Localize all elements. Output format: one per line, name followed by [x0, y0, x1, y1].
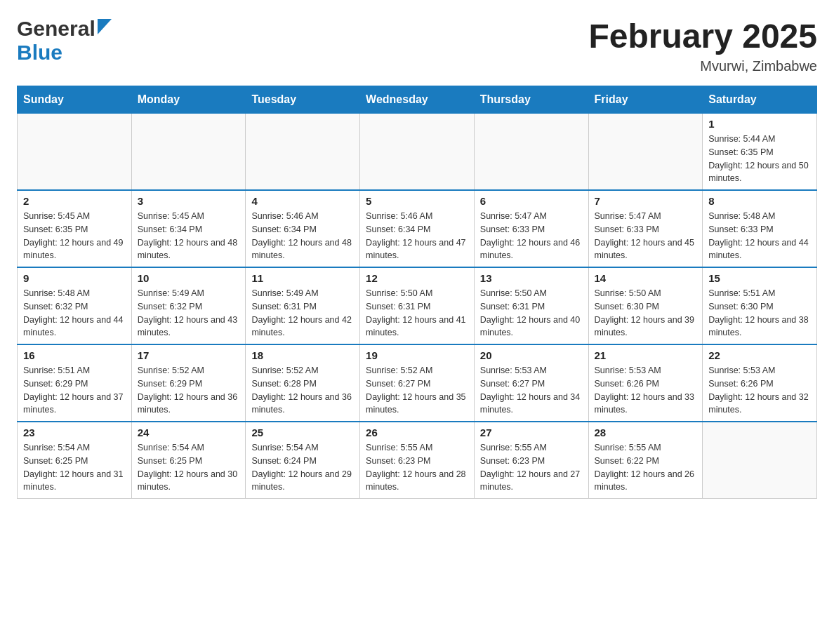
sunrise-text: Sunrise: 5:53 AM: [480, 365, 547, 375]
sunset-text: Sunset: 6:27 PM: [366, 379, 430, 389]
table-row: 8 Sunrise: 5:48 AM Sunset: 6:33 PM Dayli…: [703, 190, 817, 267]
sunrise-text: Sunrise: 5:45 AM: [138, 211, 204, 221]
day-info: Sunrise: 5:54 AM Sunset: 6:25 PM Dayligh…: [138, 441, 240, 494]
calendar-week-row: 16 Sunrise: 5:51 AM Sunset: 6:29 PM Dayl…: [18, 344, 817, 422]
day-number: 27: [480, 427, 583, 438]
sunrise-text: Sunrise: 5:50 AM: [595, 288, 661, 298]
day-info: Sunrise: 5:51 AM Sunset: 6:29 PM Dayligh…: [23, 364, 126, 417]
day-number: 3: [138, 195, 240, 207]
day-number: 19: [366, 349, 468, 361]
sunrise-text: Sunrise: 5:54 AM: [251, 443, 318, 452]
table-row: 17 Sunrise: 5:52 AM Sunset: 6:29 PM Dayl…: [131, 344, 246, 422]
table-row: 19 Sunrise: 5:52 AM Sunset: 6:27 PM Dayl…: [360, 344, 475, 422]
daylight-text: Daylight: 12 hours and 36 minutes.: [138, 392, 237, 415]
sunset-text: Sunset: 6:29 PM: [138, 379, 202, 389]
sunrise-text: Sunrise: 5:53 AM: [595, 365, 661, 375]
table-row: 23 Sunrise: 5:54 AM Sunset: 6:25 PM Dayl…: [18, 422, 132, 499]
table-row: 20 Sunrise: 5:53 AM Sunset: 6:27 PM Dayl…: [474, 344, 588, 422]
sunrise-text: Sunrise: 5:44 AM: [708, 134, 775, 144]
sunset-text: Sunset: 6:32 PM: [23, 302, 88, 311]
day-info: Sunrise: 5:55 AM Sunset: 6:23 PM Dayligh…: [366, 441, 468, 494]
header-wednesday: Wednesday: [360, 86, 475, 114]
day-number: 16: [23, 349, 126, 361]
sunrise-text: Sunrise: 5:51 AM: [708, 288, 775, 298]
sunset-text: Sunset: 6:35 PM: [708, 147, 773, 157]
table-row: 27 Sunrise: 5:55 AM Sunset: 6:23 PM Dayl…: [474, 422, 588, 499]
sunrise-text: Sunrise: 5:46 AM: [366, 211, 432, 221]
logo: General Blue: [17, 17, 112, 65]
sunset-text: Sunset: 6:31 PM: [251, 302, 316, 311]
daylight-text: Daylight: 12 hours and 35 minutes.: [366, 392, 465, 415]
sunrise-text: Sunrise: 5:48 AM: [23, 288, 90, 298]
sunset-text: Sunset: 6:30 PM: [708, 302, 773, 311]
header-saturday: Saturday: [703, 86, 817, 114]
sunset-text: Sunset: 6:34 PM: [366, 224, 430, 234]
header-thursday: Thursday: [474, 86, 588, 114]
daylight-text: Daylight: 12 hours and 42 minutes.: [251, 315, 351, 338]
table-row: 26 Sunrise: 5:55 AM Sunset: 6:23 PM Dayl…: [360, 422, 475, 499]
sunrise-text: Sunrise: 5:54 AM: [138, 443, 204, 452]
sunrise-text: Sunrise: 5:49 AM: [138, 288, 204, 298]
day-number: 20: [480, 349, 583, 361]
sunrise-text: Sunrise: 5:50 AM: [366, 288, 432, 298]
day-number: 14: [595, 272, 697, 284]
day-info: Sunrise: 5:48 AM Sunset: 6:33 PM Dayligh…: [708, 210, 811, 262]
table-row: 2 Sunrise: 5:45 AM Sunset: 6:35 PM Dayli…: [18, 190, 132, 267]
day-number: 23: [23, 427, 126, 438]
sunset-text: Sunset: 6:28 PM: [251, 379, 316, 389]
sunrise-text: Sunrise: 5:50 AM: [480, 288, 547, 298]
calendar-table: Sunday Monday Tuesday Wednesday Thursday…: [17, 86, 817, 499]
day-info: Sunrise: 5:53 AM Sunset: 6:26 PM Dayligh…: [595, 364, 697, 417]
daylight-text: Daylight: 12 hours and 38 minutes.: [708, 315, 808, 338]
sunset-text: Sunset: 6:33 PM: [480, 224, 545, 234]
sunrise-text: Sunrise: 5:45 AM: [23, 211, 90, 221]
day-info: Sunrise: 5:45 AM Sunset: 6:35 PM Dayligh…: [23, 210, 126, 262]
table-row: 6 Sunrise: 5:47 AM Sunset: 6:33 PM Dayli…: [474, 190, 588, 267]
sunrise-text: Sunrise: 5:52 AM: [366, 365, 432, 375]
day-info: Sunrise: 5:50 AM Sunset: 6:30 PM Dayligh…: [595, 287, 697, 340]
sunrise-text: Sunrise: 5:46 AM: [251, 211, 318, 221]
table-row: 14 Sunrise: 5:50 AM Sunset: 6:30 PM Dayl…: [588, 267, 703, 344]
table-row: 10 Sunrise: 5:49 AM Sunset: 6:32 PM Dayl…: [131, 267, 246, 344]
day-info: Sunrise: 5:55 AM Sunset: 6:23 PM Dayligh…: [480, 441, 583, 494]
daylight-text: Daylight: 12 hours and 49 minutes.: [23, 238, 123, 261]
day-info: Sunrise: 5:47 AM Sunset: 6:33 PM Dayligh…: [480, 210, 583, 262]
daylight-text: Daylight: 12 hours and 44 minutes.: [23, 315, 123, 338]
calendar-week-row: 9 Sunrise: 5:48 AM Sunset: 6:32 PM Dayli…: [18, 267, 817, 344]
table-row: [360, 114, 475, 191]
header-tuesday: Tuesday: [246, 86, 360, 114]
sunset-text: Sunset: 6:31 PM: [480, 302, 545, 311]
daylight-text: Daylight: 12 hours and 27 minutes.: [480, 469, 580, 492]
daylight-text: Daylight: 12 hours and 36 minutes.: [251, 392, 351, 415]
table-row: [131, 114, 246, 191]
daylight-text: Daylight: 12 hours and 34 minutes.: [480, 392, 580, 415]
day-number: 7: [595, 195, 697, 207]
day-number: 28: [595, 427, 697, 438]
day-number: 9: [23, 272, 126, 284]
day-info: Sunrise: 5:50 AM Sunset: 6:31 PM Dayligh…: [366, 287, 468, 340]
header-monday: Monday: [131, 86, 246, 114]
table-row: 11 Sunrise: 5:49 AM Sunset: 6:31 PM Dayl…: [246, 267, 360, 344]
table-row: 3 Sunrise: 5:45 AM Sunset: 6:34 PM Dayli…: [131, 190, 246, 267]
sunrise-text: Sunrise: 5:47 AM: [480, 211, 547, 221]
calendar-header-row: Sunday Monday Tuesday Wednesday Thursday…: [18, 86, 817, 114]
table-row: 4 Sunrise: 5:46 AM Sunset: 6:34 PM Dayli…: [246, 190, 360, 267]
table-row: 21 Sunrise: 5:53 AM Sunset: 6:26 PM Dayl…: [588, 344, 703, 422]
daylight-text: Daylight: 12 hours and 50 minutes.: [708, 161, 808, 184]
day-number: 4: [251, 195, 354, 207]
sunset-text: Sunset: 6:26 PM: [708, 379, 773, 389]
day-number: 10: [138, 272, 240, 284]
daylight-text: Daylight: 12 hours and 30 minutes.: [138, 469, 237, 492]
table-row: 16 Sunrise: 5:51 AM Sunset: 6:29 PM Dayl…: [18, 344, 132, 422]
sunset-text: Sunset: 6:24 PM: [251, 456, 316, 466]
location-subtitle: Mvurwi, Zimbabwe: [588, 58, 817, 74]
calendar-week-row: 23 Sunrise: 5:54 AM Sunset: 6:25 PM Dayl…: [18, 422, 817, 499]
day-number: 24: [138, 427, 240, 438]
day-info: Sunrise: 5:48 AM Sunset: 6:32 PM Dayligh…: [23, 287, 126, 340]
table-row: [18, 114, 132, 191]
daylight-text: Daylight: 12 hours and 41 minutes.: [366, 315, 465, 338]
daylight-text: Daylight: 12 hours and 31 minutes.: [23, 469, 123, 492]
sunset-text: Sunset: 6:25 PM: [23, 456, 88, 466]
daylight-text: Daylight: 12 hours and 29 minutes.: [251, 469, 351, 492]
day-number: 18: [251, 349, 354, 361]
